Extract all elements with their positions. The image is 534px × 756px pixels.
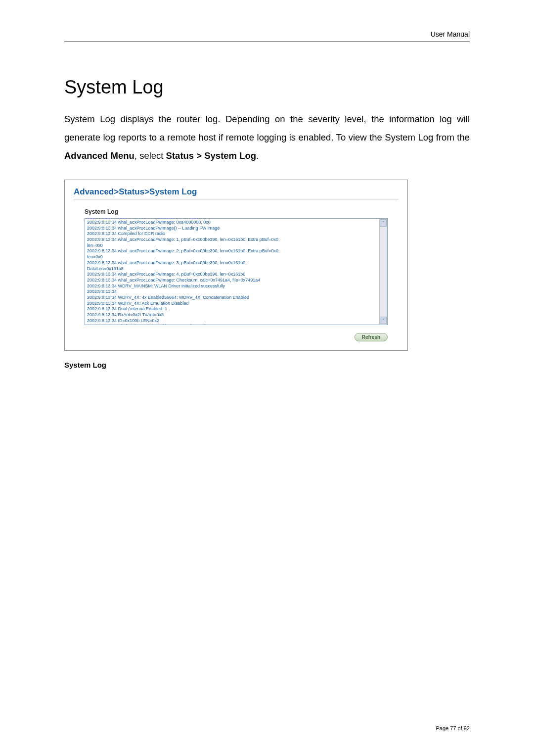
figure-caption: System Log xyxy=(64,361,470,369)
log-line: 2002:9:8:13:34 whal_acxProcLoadFwImage: … xyxy=(87,220,385,226)
page-number: Page 77 of 92 xyxy=(436,725,470,731)
log-line: 2002:9:8:13:34 whal_acxProcLoadFwImage: … xyxy=(87,237,385,243)
log-line: 2002:9:8:13:34 WDRV_MAINSM: WLAN Driver … xyxy=(87,284,385,289)
breadcrumb-divider xyxy=(74,199,399,199)
breadcrumb: Advanced>Status>System Log xyxy=(74,187,399,197)
log-line: 2002:9:8:13:34 whal_acxProcLoadFwImage: … xyxy=(87,248,385,254)
refresh-button[interactable]: Refresh xyxy=(355,333,388,341)
log-line: 2002:9:8:13:34 Compiled for DCR radio xyxy=(87,231,385,237)
para-part1: System Log displays the router log. Depe… xyxy=(64,114,470,142)
log-line: DataLen=0x161a8 xyxy=(87,266,385,272)
log-line: 2002:9:8:13:34 RxAnt=0x2f TxAnt=0x8 xyxy=(87,312,385,318)
log-line: 2002:9:8:13:34 ID=0x100b LEN=0x2 xyxy=(87,318,385,324)
log-line: 2002:9:8:13:34 whal_acxProcLoadFwImage: … xyxy=(87,278,385,284)
para-part3: . xyxy=(256,150,259,161)
log-line: 2002:9:8:13:34 whal_apiStartBss: Enable … xyxy=(87,324,385,325)
page-title: System Log xyxy=(64,77,470,98)
log-line: len=0x0 xyxy=(87,243,385,249)
log-section-title: System Log xyxy=(85,208,399,215)
page-footer: Page 77 of 92 xyxy=(436,725,470,731)
log-line: 2002:9:8:13:34 whal_acxProcLoadFwImage()… xyxy=(87,226,385,232)
scrollbar[interactable]: ˄ ˅ xyxy=(379,219,387,324)
log-line: len=0x0 xyxy=(87,254,385,260)
log-line: 2002:9:8:13:34 whal_acxProcLoadFwImage: … xyxy=(87,260,385,266)
log-line: 2002:9:8:13:34 WDRV_4X: 4x Enabled56664:… xyxy=(87,295,385,301)
scroll-down-icon[interactable]: ˅ xyxy=(380,317,387,324)
log-line: 2002:9:8:13:34 whal_acxProcLoadFwImage: … xyxy=(87,272,385,278)
para-bold2: Status > System Log xyxy=(166,150,256,161)
para-bold1: Advanced Menu xyxy=(64,150,134,161)
screenshot-panel: Advanced>Status>System Log System Log 20… xyxy=(64,180,408,351)
page-header: User Manual xyxy=(64,30,470,42)
para-part2: , select xyxy=(134,150,166,161)
header-right-text: User Manual xyxy=(431,30,470,38)
log-line: 2002:9:8:13:34 Dual Antenna Enabled: 1 xyxy=(87,306,385,312)
log-textarea[interactable]: 2002:9:8:13:34 whal_acxProcLoadFwImage: … xyxy=(85,218,388,325)
log-line: 2002:9:8:13:34 WDRV_4X: Ack Emulation Di… xyxy=(87,301,385,307)
scroll-up-icon[interactable]: ˄ xyxy=(380,219,387,227)
log-line: 2002:9:8:13:34 xyxy=(87,289,385,295)
intro-paragraph: System Log displays the router log. Depe… xyxy=(64,110,470,165)
